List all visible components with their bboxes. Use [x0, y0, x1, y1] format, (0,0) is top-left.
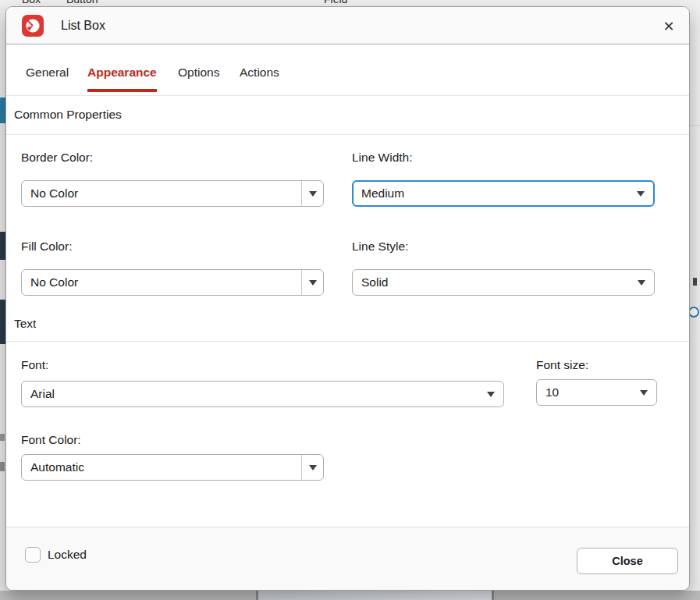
background-divider	[690, 125, 700, 126]
background-label-field: Field	[324, 0, 347, 5]
close-icon[interactable]: ✕	[656, 14, 681, 37]
tab-general[interactable]: General	[26, 66, 69, 89]
dialog-footer: Locked Close	[6, 527, 689, 590]
background-circle-icon	[688, 307, 699, 318]
chevron-down-icon	[309, 191, 317, 197]
tab-options[interactable]: Options	[178, 66, 219, 89]
font-size-value: 10	[545, 380, 559, 405]
background-bottom-fragment	[0, 591, 700, 600]
line-width-label: Line Width:	[352, 151, 413, 165]
section-title: Common Properties	[14, 96, 122, 133]
chevron-down-icon	[309, 465, 317, 470]
background-text-fragment	[0, 462, 5, 471]
font-select[interactable]: Arial	[21, 381, 504, 407]
background-divider	[256, 591, 258, 600]
background-label-button: Button	[66, 0, 98, 5]
tab-actions[interactable]: Actions	[240, 66, 279, 89]
font-label: Font:	[21, 358, 48, 372]
line-width-select[interactable]: Medium	[352, 180, 655, 207]
chevron-down-icon	[638, 280, 645, 286]
font-value: Arial	[30, 382, 55, 407]
fill-color-label: Fill Color:	[21, 240, 72, 254]
combo-divider	[301, 455, 302, 480]
font-color-label: Font Color:	[21, 433, 81, 447]
chevron-down-icon	[640, 390, 648, 396]
section-text: Text	[6, 308, 689, 342]
background-page-fragment	[258, 591, 492, 600]
line-style-select[interactable]: Solid	[352, 269, 655, 296]
border-color-label: Border Color:	[21, 151, 93, 165]
dialog-title: List Box	[61, 7, 105, 44]
line-width-value: Medium	[361, 182, 404, 205]
combo-divider	[301, 181, 302, 206]
font-size-select[interactable]: 10	[536, 379, 657, 406]
chevron-down-icon	[637, 191, 645, 197]
chevron-down-icon	[309, 280, 317, 286]
section-common-properties: Common Properties	[6, 96, 689, 135]
border-color-select[interactable]: No Color	[21, 180, 324, 207]
tab-appearance[interactable]: Appearance	[87, 66, 157, 92]
chevron-down-icon	[487, 392, 495, 397]
fill-color-value: No Color	[30, 270, 78, 295]
line-style-value: Solid	[361, 270, 388, 295]
background-label-box: Box	[22, 0, 41, 5]
list-box-properties-dialog: List Box ✕ General Appearance Options Ac…	[5, 6, 690, 591]
font-color-value: Automatic	[30, 455, 84, 480]
background-divider	[492, 591, 494, 600]
font-color-select[interactable]: Automatic	[21, 454, 324, 481]
background-right-panel	[690, 0, 700, 600]
dialog-titlebar[interactable]: List Box ✕	[6, 7, 689, 44]
font-size-label: Font size:	[536, 358, 588, 372]
background-text-fragment	[693, 278, 697, 286]
line-style-label: Line Style:	[352, 240, 408, 254]
locked-checkbox[interactable]	[25, 547, 41, 563]
combo-divider	[301, 270, 302, 295]
dialog-tabbar: General Appearance Options Actions	[6, 44, 689, 96]
close-button[interactable]: Close	[577, 548, 678, 574]
locked-label: Locked	[48, 547, 87, 563]
app-logo-icon	[22, 15, 44, 37]
background-text-fragment	[0, 434, 5, 441]
section-title: Text	[14, 308, 36, 339]
border-color-value: No Color	[30, 181, 78, 206]
fill-color-select[interactable]: No Color	[21, 269, 324, 296]
